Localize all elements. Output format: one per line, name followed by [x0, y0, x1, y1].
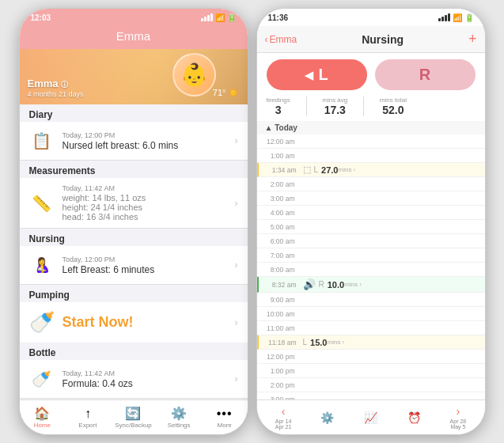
export-label: Export — [78, 422, 97, 429]
section-measurements-header: Measurements — [20, 161, 248, 178]
entry-duration-134: 27.0 — [321, 165, 338, 175]
nav2-prev[interactable]: ‹ Apr 14Apr 21 — [262, 405, 305, 430]
nav-settings[interactable]: ⚙️ Settings — [156, 403, 202, 432]
bottle-icon: 🍼 — [29, 366, 55, 392]
section-bottle-header: Bottle — [20, 343, 248, 360]
info-icon: ⓘ — [61, 81, 68, 89]
add-button[interactable]: + — [468, 31, 477, 47]
pumping-arrow: › — [235, 317, 238, 328]
time-row-1118am[interactable]: 11:18 am L 15.0 mins › — [257, 335, 485, 350]
time-row-200pm[interactable]: 2:00 pm — [257, 378, 485, 392]
stat-divider-2 — [363, 97, 364, 116]
baby-avatar: 👶 — [172, 53, 216, 97]
nursing-text: Left Breast: 6 minutes — [63, 264, 227, 275]
wifi-icon: 📶 — [215, 13, 225, 22]
diary-text: Nursed left breast: 6.0 mins — [63, 140, 227, 151]
app-header: Emma — [20, 26, 248, 49]
pumping-item[interactable]: 🍼 Start Now! › — [20, 302, 248, 343]
time-row-200am[interactable]: 2:00 am — [257, 177, 485, 191]
battery-icon-right: 🔋 — [464, 13, 474, 22]
time-content — [298, 369, 485, 373]
time-row-500am[interactable]: 5:00 am — [257, 220, 485, 234]
time-row-300am[interactable]: 3:00 am — [257, 191, 485, 206]
time-row-700am[interactable]: 7:00 am — [257, 248, 485, 263]
time-content — [298, 384, 485, 387]
nursing-item[interactable]: 🤱 Today, 12:00 PM Left Breast: 6 minutes… — [20, 246, 248, 285]
nav2-settings[interactable]: ⚙️ — [305, 411, 349, 424]
time-label: 4:00 am — [257, 207, 298, 218]
time-label: 6:00 am — [257, 236, 298, 247]
time-label: 1:00 pm — [257, 365, 298, 377]
time-content — [298, 197, 485, 200]
bottle-arrow: › — [235, 373, 238, 384]
nav2-chart[interactable]: 📈 — [349, 411, 392, 424]
time-row-800am[interactable]: 8:00 am — [257, 263, 485, 277]
time-content — [298, 268, 485, 271]
time-row-1200pm[interactable]: 12:00 pm — [257, 350, 485, 364]
left-breast-button[interactable]: ◀ L — [267, 59, 367, 90]
time-content — [298, 211, 485, 214]
measurements-item[interactable]: 📏 Today, 11:42 AM weight: 14 lbs, 11 ozs… — [20, 178, 248, 229]
time-row-600am[interactable]: 6:00 am — [257, 234, 485, 248]
bottle-text: Formula: 0.4 ozs — [63, 378, 227, 389]
time-content: L 15.0 mins › — [300, 336, 485, 349]
nav-export[interactable]: ↑ Export — [65, 403, 111, 432]
entry-icon-832: 🔊 — [303, 278, 316, 290]
time-label: 8:32 am — [259, 279, 300, 290]
time-content — [298, 240, 485, 243]
back-button[interactable]: ‹ Emma — [265, 34, 297, 45]
time-row-1000am[interactable]: 10:00 am — [257, 307, 485, 321]
battery-icon: 🔋 — [227, 13, 237, 22]
time-label: 9:00 am — [257, 294, 298, 305]
time-label: 1:34 am — [259, 165, 300, 176]
time-row-832am[interactable]: 8:32 am 🔊 R 10.0 mins › — [257, 277, 485, 293]
time-label: 12:00 pm — [257, 351, 298, 362]
home-icon: 🏠 — [34, 406, 50, 421]
nav2-alarm[interactable]: ⏰ — [392, 411, 436, 424]
bottle-item[interactable]: 🍼 Today, 11:42 AM Formula: 0.4 ozs › — [20, 360, 248, 399]
mins-avg-label: mins avg — [322, 97, 347, 104]
nursing-time: Today, 12:00 PM — [63, 256, 227, 263]
time-row-100am[interactable]: 1:00 am — [257, 149, 485, 163]
entry-duration-832: 10.0 — [328, 280, 344, 290]
nav-home[interactable]: 🏠 Home — [20, 403, 66, 432]
stat-feedings: feedings 3 — [267, 97, 290, 116]
entry-side-832: R — [319, 280, 324, 289]
time-label: 12:00 am — [257, 136, 298, 147]
time-row-900am[interactable]: 9:00 am — [257, 293, 485, 307]
right-breast-button[interactable]: R — [375, 59, 476, 90]
status-icons-right: 📶 🔋 — [438, 13, 474, 22]
section-pumping-header: Pumping — [20, 285, 248, 302]
nav-header-right: ‹ Emma Nursing + — [257, 26, 485, 53]
nursing-arrow: › — [235, 259, 238, 271]
baby-emoji: 👶 — [174, 55, 214, 95]
hero-banner: 👶 Emma ⓘ 4 months 21 days 71° ☀️ — [20, 49, 248, 104]
time-row-400am[interactable]: 4:00 am — [257, 206, 485, 220]
nav2-next[interactable]: › Apr 28May 5 — [436, 405, 479, 430]
sync-label: Sync/Backup — [115, 422, 152, 429]
time-row-1200am[interactable]: 12:00 am — [257, 134, 485, 149]
time-row-134am[interactable]: 1:34 am ⬚ L 27.0 mins › — [257, 163, 485, 177]
pumping-cta[interactable]: Start Now! — [63, 314, 134, 331]
settings-label: Settings — [168, 422, 191, 429]
today-label: ▲ Today — [257, 121, 485, 134]
time-label: 3:00 pm — [257, 394, 298, 400]
main-content: Diary 📋 Today, 12:00 PM Nursed left brea… — [20, 104, 248, 399]
measurements-icon: 📏 — [29, 191, 55, 216]
nav-sync[interactable]: 🔄 Sync/Backup — [111, 403, 157, 432]
time-row-1100am[interactable]: 11:00 am — [257, 321, 485, 335]
time-label: 7:00 am — [257, 250, 298, 261]
time-row-100pm[interactable]: 1:00 pm — [257, 364, 485, 378]
time-row-300pm[interactable]: 3:00 pm — [257, 392, 485, 399]
time-content: ⬚ L 27.0 mins › — [300, 163, 485, 176]
time-content — [298, 327, 485, 330]
mins-total-value: 52.0 — [382, 104, 404, 116]
stat-mins-avg: mins avg 17.3 — [322, 97, 347, 116]
nav-more[interactable]: ••• More — [202, 403, 248, 432]
back-label: Emma — [270, 34, 297, 45]
stat-mins-total: mins total 52.0 — [380, 97, 407, 116]
time-content — [298, 312, 485, 316]
diary-item[interactable]: 📋 Today, 12:00 PM Nursed left breast: 6.… — [20, 122, 248, 161]
header-title: Emma — [116, 29, 150, 43]
stats-row: feedings 3 mins avg 17.3 mins total 52.0 — [257, 97, 485, 121]
